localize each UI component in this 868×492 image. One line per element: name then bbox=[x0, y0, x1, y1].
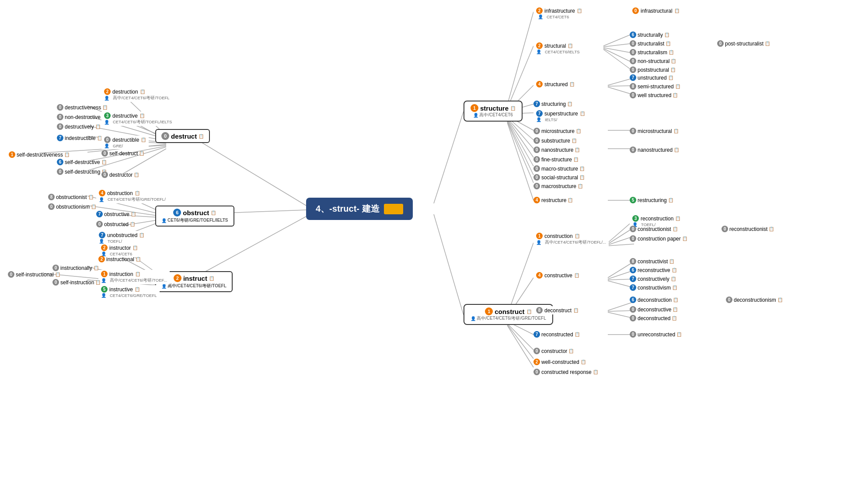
copy-unobstructed[interactable]: 📋 bbox=[139, 233, 144, 237]
node-superstructure[interactable]: 7 superstructure 📋 👤 IELTS/ bbox=[533, 109, 588, 123]
node-deconstruct[interactable]: 8 deconstruct 📋 bbox=[533, 306, 581, 314]
copy-structural[interactable]: 📋 bbox=[568, 43, 573, 48]
copy-construction[interactable]: 📋 bbox=[575, 234, 580, 238]
node-instructional[interactable]: 2 instructional 📋 bbox=[98, 256, 141, 262]
copy-obstructionism[interactable]: 📋 bbox=[91, 204, 96, 209]
node-obstructive[interactable]: 7 obstructive 📋 bbox=[96, 211, 136, 217]
node-unobstructed[interactable]: 7 unobstructed 📋 👤 TOEFL/ bbox=[96, 231, 147, 244]
node-destruction[interactable]: 2 destruction 📋 👤 高中/CET4/CET6/考研/TOEFL bbox=[101, 87, 172, 102]
copy-fine-structure[interactable]: 📋 bbox=[573, 157, 579, 162]
node-well-constructed[interactable]: 2 well-constructed 📋 bbox=[533, 359, 586, 365]
construct-copy-icon[interactable]: 📋 bbox=[526, 309, 532, 314]
node-infrastructural[interactable]: 0 infrastructural 📋 bbox=[630, 7, 682, 15]
node-destructor[interactable]: 0 destructor 📋 bbox=[101, 171, 139, 178]
node-non-destructive[interactable]: 0 non-destructive 📋 bbox=[57, 114, 107, 120]
destruct-copy-icon[interactable]: 📋 bbox=[199, 134, 204, 139]
copy-destructively[interactable]: 📋 bbox=[95, 124, 101, 129]
copy-well-constructed[interactable]: 📋 bbox=[581, 359, 586, 364]
copy-destruction[interactable]: 📋 bbox=[140, 89, 145, 94]
node-restructure[interactable]: 4 restructure 📋 bbox=[533, 197, 573, 203]
node-well-structured[interactable]: 0 well structured 📋 bbox=[630, 92, 678, 98]
node-destruct[interactable]: 0 destruct 📋 bbox=[155, 129, 210, 143]
node-structuralist[interactable]: 0 structuralist 📋 bbox=[630, 40, 671, 47]
copy-obstructed[interactable]: 📋 bbox=[130, 222, 135, 227]
copy-obstructionist[interactable]: 📋 bbox=[88, 195, 94, 199]
node-self-destructing[interactable]: 0 self-destructing 📋 bbox=[57, 168, 107, 175]
node-reconstructed[interactable]: 7 reconstructed 📋 bbox=[533, 331, 580, 338]
copy-substructure[interactable]: 📋 bbox=[572, 138, 577, 143]
node-structured[interactable]: 4 structured 📋 bbox=[533, 80, 577, 88]
node-macrostructure[interactable]: 0 macrostructure 📋 bbox=[533, 183, 583, 189]
copy-obstructive[interactable]: 📋 bbox=[131, 212, 136, 216]
copy-infrastructure[interactable]: 📋 bbox=[577, 8, 582, 13]
copy-self-instruction[interactable]: 📋 bbox=[95, 280, 101, 285]
copy-instructive[interactable]: 📋 bbox=[135, 287, 140, 292]
node-constructor[interactable]: 0 constructor 📋 bbox=[533, 348, 574, 354]
node-obstructionism[interactable]: 0 obstructionism 📋 bbox=[48, 203, 96, 210]
copy-reconstructionist[interactable]: 📋 bbox=[769, 227, 774, 231]
copy-unstructured[interactable]: 📋 bbox=[668, 75, 673, 80]
copy-infrastructural[interactable]: 📋 bbox=[674, 8, 680, 13]
node-deconstructed[interactable]: 0 deconstructed 📋 bbox=[630, 315, 677, 321]
copy-constructivism[interactable]: 📋 bbox=[672, 285, 677, 290]
copy-restructuring[interactable]: 📋 bbox=[668, 198, 673, 202]
copy-constructor[interactable]: 📋 bbox=[568, 349, 574, 353]
copy-constructivist[interactable]: 📋 bbox=[669, 259, 674, 264]
copy-semi-structured[interactable]: 📋 bbox=[675, 84, 680, 89]
node-instructive[interactable]: 5 instructive 📋 👤 CET4/CET6/GRE/TOEFL bbox=[98, 285, 160, 299]
copy-nanostructure[interactable]: 📋 bbox=[575, 147, 580, 152]
copy-instructor[interactable]: 📋 bbox=[132, 245, 138, 250]
node-reconstructionist[interactable]: 0 reconstructionist 📋 bbox=[722, 226, 774, 232]
node-obstructionist[interactable]: 8 obstructionist 📋 bbox=[48, 194, 94, 200]
node-substructure[interactable]: 0 substructure 📋 bbox=[533, 137, 577, 144]
node-reconstructive[interactable]: 6 reconstructive 📋 bbox=[630, 267, 677, 273]
node-microstructural[interactable]: 0 microstructural 📋 bbox=[630, 128, 679, 134]
node-construction-paper[interactable]: 0 construction paper 📋 bbox=[630, 235, 687, 242]
node-nanostructure[interactable]: 0 nanostructure 📋 bbox=[533, 147, 580, 153]
copy-self-destructive[interactable]: 📋 bbox=[101, 160, 107, 164]
node-deconstruction[interactable]: 6 deconstruction 📋 bbox=[630, 297, 678, 303]
copy-deconstruct[interactable]: 📋 bbox=[573, 308, 579, 313]
node-instructor[interactable]: 2 instructor 📋 👤 CET4/CET6 bbox=[98, 244, 140, 257]
copy-reconstruction[interactable]: 📋 bbox=[675, 216, 680, 221]
copy-macrostructure[interactable]: 📋 bbox=[578, 184, 583, 188]
copy-poststructural[interactable]: 📋 bbox=[670, 67, 676, 72]
structure-copy-icon[interactable]: 📋 bbox=[510, 106, 516, 111]
node-structuring[interactable]: 7 structuring 📋 bbox=[533, 101, 572, 107]
copy-instruction[interactable]: 📋 bbox=[135, 272, 140, 276]
node-structure[interactable]: 1 structure 📋 👤 高中/CET4/CET6 bbox=[464, 101, 523, 122]
node-self-destructiveness[interactable]: 1 self-destructiveness 📋 bbox=[9, 151, 70, 158]
node-destructive[interactable]: 3 destructive 📋 👤 CET4/CET6/考研/TOEFL/IEL… bbox=[101, 112, 174, 126]
node-fine-structure[interactable]: 0 fine-structure 📋 bbox=[533, 156, 579, 163]
node-semi-structured[interactable]: 8 semi-structured 📋 bbox=[630, 83, 680, 90]
node-constructivist[interactable]: 8 constructivist 📋 bbox=[630, 258, 674, 265]
copy-microstructure[interactable]: 📋 bbox=[576, 129, 581, 133]
node-self-instruction[interactable]: 0 self-instruction 📋 bbox=[52, 279, 101, 286]
copy-constructively[interactable]: 📋 bbox=[671, 276, 676, 281]
copy-structured[interactable]: 📋 bbox=[569, 82, 575, 87]
node-indestructible[interactable]: 7 indestructible 📋 bbox=[57, 135, 102, 141]
node-constructive[interactable]: 4 constructive 📋 bbox=[533, 271, 582, 279]
copy-microstructural[interactable]: 📋 bbox=[673, 129, 679, 133]
copy-post-structuralist[interactable]: 📋 bbox=[765, 41, 770, 46]
copy-destructible[interactable]: 📋 bbox=[141, 137, 146, 142]
node-microstructure[interactable]: 0 microstructure 📋 bbox=[533, 128, 581, 134]
node-structural[interactable]: 2 structural 📋 👤 CET4/CET6/IELTS bbox=[533, 42, 582, 55]
node-self-destructive[interactable]: 6 self-destructive 📋 bbox=[57, 159, 107, 165]
node-obstructed[interactable]: 0 obstructed 📋 bbox=[96, 221, 135, 227]
copy-deconstructionism[interactable]: 📋 bbox=[777, 297, 783, 302]
copy-instructionally[interactable]: 📋 bbox=[94, 265, 99, 270]
copy-nanostructured[interactable]: 📋 bbox=[674, 147, 679, 152]
node-non-structural[interactable]: 0 non-structural 📋 bbox=[630, 58, 676, 64]
node-instructionally[interactable]: 0 instructionally 📋 bbox=[52, 265, 99, 271]
copy-deconstruction[interactable]: 📋 bbox=[673, 297, 678, 302]
copy-destructive[interactable]: 📋 bbox=[139, 113, 145, 118]
copy-non-structural[interactable]: 📋 bbox=[671, 59, 676, 63]
node-structurally[interactable]: 6 structurally 📋 bbox=[630, 31, 669, 38]
node-obstruct[interactable]: 6 obstruct 📋 👤 CET6/考研/GRE/TOEFL/IELTS bbox=[155, 206, 234, 227]
node-infrastructure[interactable]: 2 infrastructure 📋 👤 CET4/CET6 bbox=[533, 7, 585, 20]
copy-structuralist[interactable]: 📋 bbox=[666, 41, 671, 46]
node-obstruction[interactable]: 4 obstruction 📋 👤 CET4/CET6/考研/GRE/TOEFL… bbox=[96, 189, 168, 203]
node-poststructural[interactable]: 0 poststructural 📋 bbox=[630, 66, 676, 73]
copy-structuring[interactable]: 📋 bbox=[567, 101, 572, 106]
